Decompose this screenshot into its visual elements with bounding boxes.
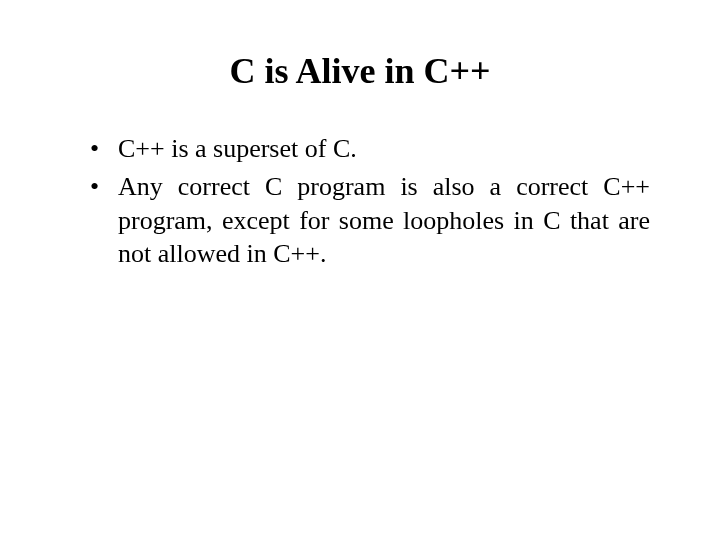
bullet-list: C++ is a superset of C. Any correct C pr… bbox=[70, 132, 650, 271]
list-item: C++ is a superset of C. bbox=[90, 132, 650, 166]
slide-title: C is Alive in C++ bbox=[70, 50, 650, 92]
list-item: Any correct C program is also a correct … bbox=[90, 170, 650, 271]
